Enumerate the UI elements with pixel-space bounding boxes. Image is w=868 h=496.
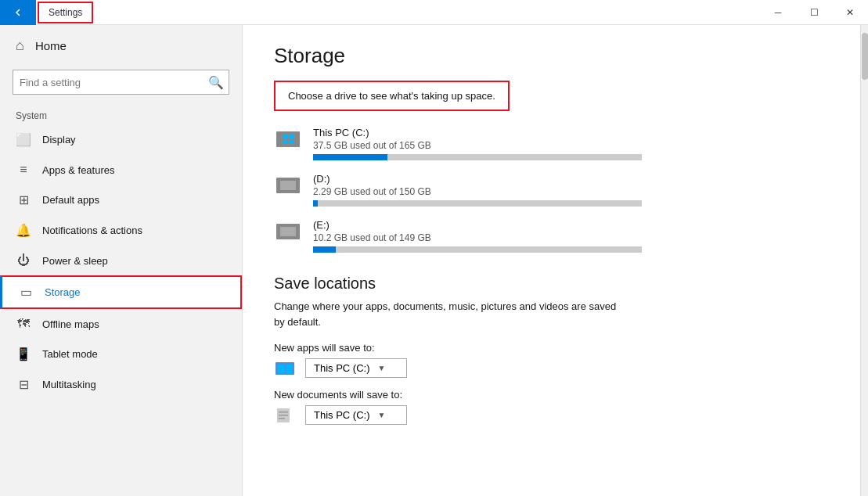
drive-c-progress-fill (313, 154, 387, 160)
drive-d-progress-bg (313, 200, 642, 207)
default-apps-label: Default apps (42, 194, 99, 206)
svg-rect-0 (276, 131, 300, 147)
svg-rect-16 (279, 415, 288, 416)
tablet-mode-label: Tablet mode (42, 348, 98, 360)
save-locations-desc: Change where your apps, documents, music… (274, 299, 618, 329)
svg-rect-8 (280, 227, 296, 236)
drive-e-usage: 10.2 GB used out of 149 GB (313, 232, 829, 243)
drive-info-c: This PC (C:) 37.5 GB used out of 165 GB (313, 127, 829, 160)
svg-rect-1 (283, 135, 287, 138)
drive-c-usage: 37.5 GB used out of 165 GB (313, 140, 829, 151)
sidebar-item-tablet-mode[interactable]: 📱 Tablet mode (0, 339, 242, 369)
storage-icon: ▭ (18, 285, 34, 300)
app-title: Settings (38, 2, 93, 23)
main-container: ⌂ Home 🔍 System ⬜ Display ≡ Apps & featu… (0, 25, 868, 496)
search-box: 🔍 (13, 70, 229, 95)
scrollbar[interactable] (860, 25, 868, 496)
svg-rect-17 (279, 418, 285, 419)
apps-save-dropdown[interactable]: This PC (C:) ▼ (305, 358, 407, 378)
drive-d-name: (D:) (313, 173, 829, 185)
drive-info-e: (E:) 10.2 GB used out of 149 GB (313, 219, 829, 253)
page-title: Storage (274, 44, 829, 68)
save-location-docs: New documents will save to: This PC (C:)… (274, 389, 829, 425)
display-icon: ⬜ (16, 132, 31, 147)
scrollbar-thumb[interactable] (862, 33, 868, 80)
drive-c-name: This PC (C:) (313, 127, 829, 138)
drive-e-progress-fill (313, 246, 336, 253)
save-location-apps: New apps will save to: This PC (C:) ▼ (274, 342, 829, 378)
svg-rect-6 (280, 181, 296, 190)
svg-rect-12 (278, 369, 284, 373)
svg-rect-3 (283, 140, 287, 144)
sidebar-section-system: System (0, 104, 242, 124)
title-bar: Settings ─ ☐ ✕ (0, 0, 868, 25)
drive-icon-c (274, 128, 302, 152)
home-label: Home (35, 39, 67, 52)
sidebar-item-display[interactable]: ⬜ Display (0, 124, 242, 155)
drive-list: This PC (C:) 37.5 GB used out of 165 GB (274, 127, 829, 253)
default-apps-icon: ⊞ (16, 192, 31, 207)
content-area: Storage Choose a drive to see what's tak… (243, 25, 860, 496)
apps-save-label: New apps will save to: (274, 342, 829, 354)
drive-icon-e (274, 221, 302, 244)
maximize-button[interactable]: ☐ (796, 0, 832, 25)
svg-rect-13 (286, 369, 292, 373)
drive-item-c[interactable]: This PC (C:) 37.5 GB used out of 165 GB (274, 127, 829, 160)
home-icon: ⌂ (16, 38, 24, 54)
display-label: Display (42, 134, 76, 146)
sidebar-item-power-sleep[interactable]: ⏻ Power & sleep (0, 246, 242, 275)
save-locations-title: Save locations (274, 275, 829, 293)
docs-save-arrow: ▼ (378, 411, 386, 419)
sidebar-item-multitasking[interactable]: ⊟ Multitasking (0, 369, 242, 400)
power-icon: ⏻ (16, 253, 31, 268)
drive-e-progress-bg (313, 246, 642, 253)
sidebar-item-apps-features[interactable]: ≡ Apps & features (0, 155, 242, 185)
sidebar-item-storage[interactable]: ▭ Storage (0, 275, 242, 309)
multitasking-label: Multitasking (42, 379, 96, 390)
apps-save-value: This PC (C:) (314, 362, 370, 374)
docs-save-label: New documents will save to: (274, 389, 829, 401)
search-icon[interactable]: 🔍 (203, 70, 229, 95)
docs-save-icon (274, 408, 296, 423)
drive-d-usage: 2.29 GB used out of 150 GB (313, 186, 829, 197)
drive-d-progress-fill (313, 200, 318, 207)
minimize-button[interactable]: ─ (760, 0, 796, 25)
svg-rect-15 (279, 412, 288, 413)
power-sleep-label: Power & sleep (42, 255, 108, 267)
multitask-icon: ⊟ (16, 377, 31, 392)
apps-save-row: This PC (C:) ▼ (274, 358, 829, 378)
docs-save-dropdown[interactable]: This PC (C:) ▼ (305, 405, 407, 425)
apps-save-arrow: ▼ (378, 364, 386, 372)
drive-item-e[interactable]: (E:) 10.2 GB used out of 149 GB (274, 219, 829, 253)
back-button[interactable] (0, 0, 36, 25)
svg-rect-11 (286, 365, 292, 368)
drive-icon-d (274, 174, 302, 198)
offline-maps-label: Offline maps (42, 318, 99, 330)
sidebar-item-offline-maps[interactable]: 🗺 Offline maps (0, 309, 242, 339)
apps-save-icon (274, 361, 296, 376)
sidebar: ⌂ Home 🔍 System ⬜ Display ≡ Apps & featu… (0, 25, 243, 496)
drive-e-name: (E:) (313, 219, 829, 231)
tablet-icon: 📱 (16, 347, 31, 361)
notifications-icon: 🔔 (16, 223, 31, 238)
window-controls: ─ ☐ ✕ (760, 0, 868, 25)
drive-hint: Choose a drive to see what's taking up s… (274, 81, 510, 111)
apps-icon: ≡ (16, 163, 31, 177)
sidebar-item-notifications[interactable]: 🔔 Notifications & actions (0, 215, 242, 246)
docs-save-value: This PC (C:) (314, 409, 370, 421)
sidebar-item-default-apps[interactable]: ⊞ Default apps (0, 185, 242, 215)
drive-item-d[interactable]: (D:) 2.29 GB used out of 150 GB (274, 173, 829, 207)
close-button[interactable]: ✕ (832, 0, 868, 25)
drive-c-progress-bg (313, 154, 642, 160)
notifications-label: Notifications & actions (42, 225, 142, 236)
storage-label: Storage (45, 286, 81, 298)
maps-icon: 🗺 (16, 317, 31, 331)
svg-rect-10 (278, 365, 284, 368)
search-input[interactable] (13, 77, 203, 88)
svg-rect-4 (289, 140, 294, 144)
drive-info-d: (D:) 2.29 GB used out of 150 GB (313, 173, 829, 207)
docs-save-row: This PC (C:) ▼ (274, 405, 829, 425)
svg-rect-2 (289, 135, 294, 138)
apps-features-label: Apps & features (42, 164, 115, 176)
sidebar-item-home[interactable]: ⌂ Home (0, 25, 242, 66)
